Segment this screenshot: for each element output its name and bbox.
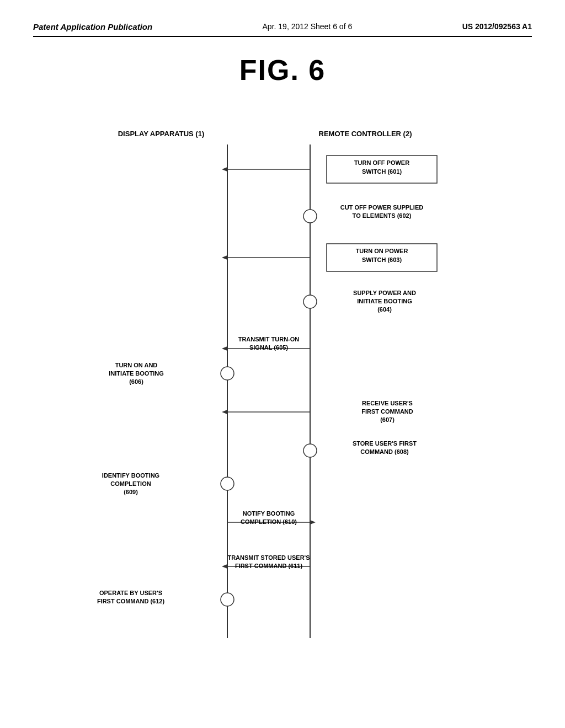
step-602-line2: TO ELEMENTS (602) — [353, 212, 412, 219]
arrowhead-605 — [222, 346, 227, 351]
step-610-line1: NOTIFY BOOTING — [243, 510, 295, 517]
step-609-line1: IDENTIFY BOOTING — [102, 472, 159, 479]
page: Patent Application Publication Apr. 19, … — [0, 0, 565, 728]
step-609-line3: (609) — [124, 489, 138, 495]
diagram-svg: DISPLAY APPARATUS (1) REMOTE CONTROLLER … — [33, 120, 532, 660]
step-608-circle — [303, 444, 317, 457]
step-611-line2: FIRST COMMAND (611) — [235, 563, 303, 569]
step-605-line1: TRANSMIT TURN-ON — [238, 336, 300, 342]
header-right: US 2012/092563 A1 — [462, 22, 532, 31]
step-605-line2: SIGNAL (605) — [249, 344, 288, 351]
step-609-circle — [221, 477, 234, 490]
step-612-circle — [221, 593, 234, 606]
arrowhead-610 — [310, 520, 316, 524]
step-603-line1: TURN ON POWER — [356, 248, 408, 254]
step-601-line2: SWITCH (601) — [362, 168, 402, 175]
step-603-line2: SWITCH (603) — [362, 256, 402, 263]
step-608-line2: COMMAND (608) — [360, 448, 409, 455]
arrowhead-607 — [222, 410, 227, 414]
step-602-circle — [303, 210, 317, 223]
step-604-line3: (604) — [377, 306, 392, 313]
step-606-line3: (606) — [129, 378, 143, 385]
step-604-line2: INITIATE BOOTING — [357, 298, 412, 304]
arrowhead-601 — [222, 167, 227, 172]
step-607-line2: FIRST COMMAND — [361, 408, 413, 415]
step-607-line1: RECEIVE USER'S — [362, 400, 413, 406]
step-604-line1: SUPPLY POWER AND — [353, 290, 416, 296]
step-607-line3: (607) — [380, 416, 395, 423]
step-602-line1: CUT OFF POWER SUPPLIED — [340, 204, 423, 211]
step-606-circle — [221, 367, 234, 380]
step-601-line1: TURN OFF POWER — [354, 159, 409, 166]
step-611-line1: TRANSMIT STORED USER'S — [227, 554, 310, 561]
arrowhead-611 — [222, 564, 227, 569]
step-610-line2: COMPLETION (610) — [241, 518, 297, 525]
lane-label-display: DISPLAY APPARATUS (1) — [118, 130, 205, 138]
lane-label-remote: REMOTE CONTROLLER (2) — [319, 130, 412, 138]
arrowhead-603 — [222, 255, 227, 260]
diagram: DISPLAY APPARATUS (1) REMOTE CONTROLLER … — [33, 120, 532, 660]
step-612-line2: FIRST COMMAND (612) — [97, 598, 165, 604]
figure-title: FIG. 6 — [33, 53, 532, 87]
step-604-circle — [303, 295, 317, 308]
step-606-line1: TURN ON AND — [115, 362, 158, 368]
step-606-line2: INITIATE BOOTING — [109, 370, 163, 377]
header: Patent Application Publication Apr. 19, … — [33, 22, 532, 37]
step-609-line2: COMPLETION — [110, 480, 151, 487]
step-608-line1: STORE USER'S FIRST — [353, 440, 417, 447]
header-left: Patent Application Publication — [33, 22, 152, 31]
header-center: Apr. 19, 2012 Sheet 6 of 6 — [263, 22, 353, 31]
step-612-line1: OPERATE BY USER'S — [99, 590, 162, 596]
